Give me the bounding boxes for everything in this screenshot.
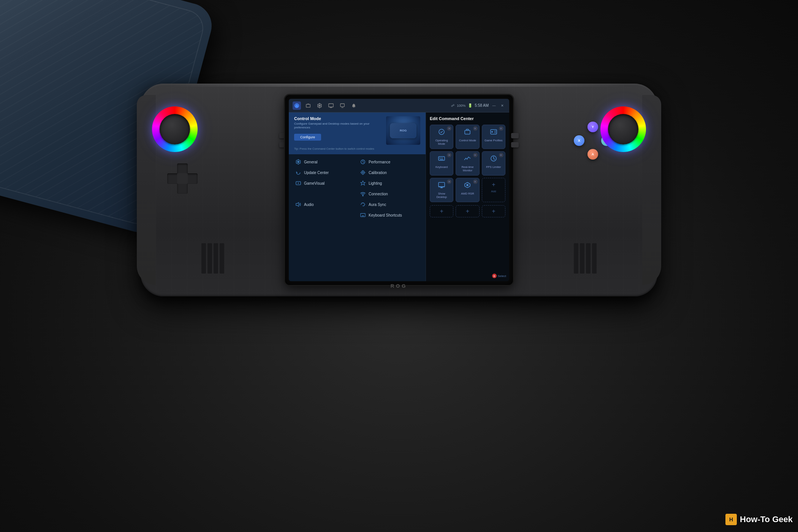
display-icon[interactable]	[327, 101, 335, 110]
y-button[interactable]: Y	[587, 122, 598, 132]
speaker-grill-right	[574, 243, 597, 274]
select-hint: B Select	[492, 274, 506, 278]
battery-icon: 🔋	[468, 103, 472, 108]
svg-rect-34	[441, 158, 442, 158]
speaker-slit	[214, 243, 218, 274]
howtogeek-watermark: H How-To Geek	[725, 514, 793, 525]
minimize-btn[interactable]: —	[491, 103, 497, 109]
settings-icon[interactable]	[315, 101, 324, 110]
remove-control-mode-btn[interactable]: ✕	[473, 126, 478, 131]
dpad-cross	[167, 163, 198, 194]
command-operating-mode[interactable]: ✕ OperatingMode	[430, 125, 453, 149]
menu-item-aurasync[interactable]: Aura Sync	[357, 199, 422, 210]
x-button[interactable]: X	[574, 135, 584, 146]
game-profiles-label: Game Profiles	[484, 139, 503, 142]
monitor-icon[interactable]	[338, 101, 347, 110]
command-keyboard[interactable]: ✕ Keyboard	[430, 151, 453, 176]
add-slot-1[interactable]: +	[430, 205, 453, 217]
right-joystick-rgb-ring	[600, 106, 646, 152]
fps-limiter-label: FPS Limiter	[484, 165, 503, 169]
small-btn-right-2[interactable]	[511, 142, 519, 147]
command-items-grid: ✕ OperatingMode ✕	[430, 125, 505, 202]
audio-label: Audio	[304, 203, 314, 207]
left-joystick[interactable]	[152, 106, 198, 152]
rog-home-icon[interactable]	[293, 101, 301, 110]
keyboard-label: Keyboard	[432, 165, 451, 169]
menu-item-update[interactable]: Update Center	[293, 167, 357, 178]
menu-item-calibration[interactable]: Calibration	[357, 167, 422, 178]
remove-fps-limiter-btn[interactable]: ✕	[499, 153, 504, 157]
dpad[interactable]	[167, 163, 198, 194]
speaker-slit	[592, 243, 597, 274]
remove-game-profiles-btn[interactable]: ✕	[499, 126, 504, 131]
add-slot-2[interactable]: +	[456, 205, 479, 217]
rog-device-logo: ROG	[391, 283, 408, 289]
y-button-pos: Y	[587, 122, 598, 132]
command-game-profiles[interactable]: ✕ Game Profiles	[482, 125, 505, 149]
add-buttons-row: + + +	[430, 205, 505, 217]
menu-item-keyboard-shortcuts[interactable]: Keyboard Shortcuts	[357, 210, 422, 220]
device-screen: ☍ 100% 🔋 5:58 AM — ✕	[289, 99, 509, 281]
settings-menu-grid: General Performance Update C	[289, 154, 426, 223]
svg-rect-36	[440, 159, 443, 160]
menu-item-performance[interactable]: Performance	[357, 157, 422, 167]
menu-item-audio[interactable]: Audio	[293, 199, 357, 210]
device-body: ☍ 100% 🔋 5:58 AM — ✕	[141, 84, 657, 296]
command-show-desktop[interactable]: ✕ Show Desktop	[430, 178, 453, 202]
svg-point-29	[491, 131, 493, 133]
menu-item-general[interactable]: General	[293, 157, 357, 167]
general-label: General	[304, 160, 318, 164]
close-btn[interactable]: ✕	[499, 103, 505, 109]
svg-rect-6	[340, 103, 345, 106]
show-desktop-label: Show Desktop	[432, 192, 451, 199]
a-button[interactable]: A	[587, 149, 598, 160]
menu-item-lighting[interactable]: Lighting	[357, 178, 422, 188]
command-center-left-panel: Control Mode Configure Gamepad and Deskt…	[289, 112, 426, 281]
joystick-cap	[160, 114, 190, 144]
screen-header-bar: ☍ 100% 🔋 5:58 AM — ✕	[289, 99, 509, 112]
operating-mode-label: OperatingMode	[432, 139, 451, 146]
control-mode-label: Control Mode	[458, 139, 477, 142]
speaker-slit	[586, 243, 591, 274]
menu-item-gamevisual[interactable]: GameVisual	[293, 178, 357, 188]
add-icon: +	[484, 181, 503, 188]
select-circle-icon: B	[492, 274, 497, 278]
right-joystick[interactable]	[600, 106, 646, 152]
svg-marker-19	[296, 203, 299, 207]
remove-show-desktop-btn[interactable]: ✕	[447, 179, 451, 184]
realtime-monitor-label: Real-timeMonitor	[458, 165, 477, 172]
command-amd-rsr[interactable]: ✕ AMD RSR	[456, 178, 479, 202]
command-control-mode[interactable]: ✕ Control Mode	[456, 125, 479, 149]
svg-rect-3	[307, 103, 309, 104]
command-fps-limiter[interactable]: ✕ FPS Limiter	[482, 151, 505, 176]
menu-item-connection[interactable]: Connection	[357, 188, 422, 199]
svg-rect-38	[439, 182, 445, 187]
edit-command-center-panel: Edit Command Center ✕ OperatingMode	[426, 112, 509, 281]
battery-percent: 100%	[457, 104, 466, 108]
command-add-button[interactable]: + Add	[482, 178, 505, 202]
bell-icon[interactable]	[350, 101, 358, 110]
speaker-grill-left	[201, 243, 224, 274]
calibration-label: Calibration	[369, 171, 387, 175]
svg-rect-26	[465, 130, 470, 134]
remove-keyboard-btn[interactable]: ✕	[447, 153, 451, 157]
command-realtime-monitor[interactable]: ✕ Real-timeMonitor	[456, 151, 479, 176]
screenshot-icon[interactable]	[304, 101, 312, 110]
remove-realtime-monitor-btn[interactable]: ✕	[473, 153, 478, 157]
header-nav-icons	[293, 101, 358, 110]
screen-bezel: ☍ 100% 🔋 5:58 AM — ✕	[285, 95, 513, 285]
svg-marker-42	[466, 184, 469, 186]
x-button-pos: X	[574, 135, 584, 146]
remove-amd-rsr-btn[interactable]: ✕	[473, 179, 478, 184]
svg-rect-40	[440, 187, 443, 188]
configure-button[interactable]: Configure	[294, 134, 321, 141]
add-slot-3[interactable]: +	[482, 205, 505, 217]
remove-operating-mode-btn[interactable]: ✕	[447, 126, 451, 131]
svg-rect-20	[361, 214, 365, 217]
dpad-center	[177, 173, 188, 184]
small-btn-right-1[interactable]	[511, 133, 519, 138]
update-label: Update Center	[304, 171, 329, 175]
menu-row-3: GameVisual Lighting	[293, 178, 422, 188]
speaker-slit	[201, 243, 206, 274]
speaker-slit	[220, 243, 224, 274]
